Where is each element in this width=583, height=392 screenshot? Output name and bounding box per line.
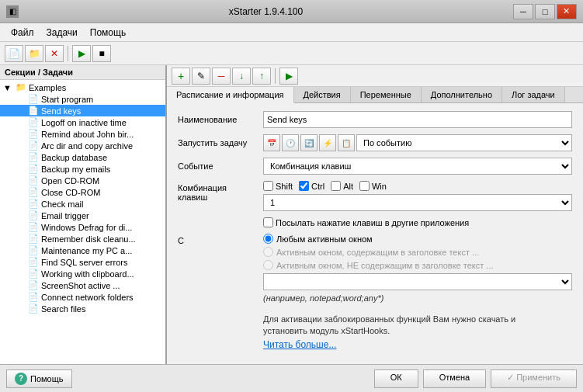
send-checkbox[interactable]: [263, 217, 273, 227]
win-checkbox[interactable]: [359, 181, 370, 191]
help-label: Помощь: [30, 374, 64, 383]
warning-field: Для активации заблокированных функций Ва…: [263, 309, 572, 350]
item-label: ScreenShot active ...: [41, 281, 120, 290]
move-down-button[interactable]: ↓: [232, 68, 251, 85]
window-input[interactable]: [263, 273, 572, 290]
tree-item-defrag[interactable]: 📄 Windows Defrag for di...: [0, 221, 165, 233]
tree-item-remind[interactable]: 📄 Remind about John bir...: [0, 128, 165, 140]
radio-any-input[interactable]: [263, 234, 273, 244]
key-select[interactable]: 1: [263, 194, 572, 211]
note-text: (например, notepad;word;any*): [263, 293, 572, 303]
repeat-btn[interactable]: 🔄: [300, 134, 318, 151]
radio-not-containing-input[interactable]: [263, 260, 273, 270]
ctrl-checkbox[interactable]: [299, 181, 309, 191]
cancel-button[interactable]: Отмена: [423, 369, 486, 388]
name-input[interactable]: [263, 111, 572, 128]
window-controls: ─ □ ✕: [513, 4, 577, 19]
tree-item-remember-disk[interactable]: 📄 Remember disk cleanu...: [0, 233, 165, 245]
close-button[interactable]: ✕: [557, 4, 577, 19]
trigger-btn2[interactable]: ⚡: [319, 134, 336, 151]
apply-button[interactable]: ✓ Применить: [491, 369, 577, 388]
task-icon: 📄: [28, 257, 39, 267]
clock-btn[interactable]: 🕐: [282, 134, 299, 151]
run-task-button[interactable]: ▶: [279, 68, 298, 85]
shift-item: Shift: [263, 181, 293, 191]
toolbar-open[interactable]: 📁: [25, 45, 43, 62]
tree-item-send-keys[interactable]: 📄 Send keys: [0, 105, 165, 116]
item-label: Close CD-ROM: [41, 188, 100, 197]
item-label: Start program: [41, 95, 93, 104]
tab-advanced[interactable]: Дополнительно: [422, 87, 502, 102]
edit-action-button[interactable]: ✎: [192, 68, 210, 85]
tree-item-close-cd[interactable]: 📄 Close CD-ROM: [0, 186, 165, 198]
task-icon: 📄: [28, 129, 39, 139]
toolbar-new[interactable]: 📄: [5, 45, 23, 62]
ok-button[interactable]: ОК: [374, 369, 418, 388]
radio-containing-input[interactable]: [263, 247, 273, 257]
toolbar-stop[interactable]: ■: [92, 45, 111, 62]
tree-header: Секции / Задачи: [0, 65, 165, 80]
task-icon: 📄: [28, 187, 39, 197]
name-label: Наименование: [178, 115, 263, 124]
read-more-link[interactable]: Читать больше...: [263, 339, 572, 350]
combo-field: Shift Ctrl Alt Win: [263, 181, 572, 211]
task-tree[interactable]: ▼ 📁 Examples 📄 Start program 📄 Send keys…: [0, 80, 165, 364]
help-button[interactable]: ? Помощь: [6, 369, 72, 388]
move-up-button[interactable]: ↑: [252, 68, 271, 85]
tree-item-search[interactable]: 📄 Search files: [0, 303, 165, 314]
tree-item-network[interactable]: 📄 Connect network folders: [0, 291, 165, 303]
item-label: Windows Defrag for di...: [41, 223, 132, 232]
tree-item-backup-db[interactable]: 📄 Backup database: [0, 151, 165, 163]
calendar-btn[interactable]: 📅: [263, 134, 280, 151]
tab-variables[interactable]: Переменные: [351, 87, 422, 102]
task-icon: 📄: [28, 245, 39, 255]
shift-checkbox[interactable]: [263, 181, 273, 191]
tree-item-check-mail[interactable]: 📄 Check mail: [0, 198, 165, 210]
tree-item-arc[interactable]: 📄 Arc dir and copy archive: [0, 140, 165, 151]
maximize-button[interactable]: □: [535, 4, 555, 19]
trigger-select[interactable]: По событию: [356, 134, 572, 151]
alt-checkbox[interactable]: [331, 181, 341, 191]
tree-item-sql[interactable]: 📄 Find SQL server errors: [0, 256, 165, 268]
tree-item-maintenance[interactable]: 📄 Maintenance my PC a...: [0, 245, 165, 256]
warning-content: Для активации заблокированных функций Ва…: [263, 314, 515, 335]
menu-help[interactable]: Помощь: [84, 26, 132, 40]
item-label: Open CD-ROM: [41, 176, 99, 186]
toolbar-run[interactable]: ▶: [72, 45, 91, 62]
menu-file[interactable]: Файл: [5, 26, 40, 40]
tree-item-clipboard[interactable]: 📄 Working with clipboard...: [0, 268, 165, 279]
radio-not-containing-label: Активным окном, НЕ содержащим в заголовк…: [276, 261, 494, 270]
tab-actions[interactable]: Действия: [294, 87, 351, 102]
toolbar-delete[interactable]: ✕: [45, 45, 64, 62]
tab-schedule[interactable]: Расписание и информация: [167, 87, 294, 103]
item-label: Backup my emails: [41, 165, 110, 174]
remove-action-button[interactable]: ─: [212, 68, 231, 85]
task-icon: 📄: [28, 117, 39, 127]
warning-text: Для активации заблокированных функций Ва…: [263, 314, 572, 338]
tree-root[interactable]: ▼ 📁 Examples: [0, 82, 165, 93]
add-action-button[interactable]: +: [172, 68, 190, 85]
indent: ▼: [3, 83, 16, 92]
tree-item-email-trigger[interactable]: 📄 Email trigger: [0, 210, 165, 221]
menu-tasks[interactable]: Задачи: [40, 26, 84, 40]
tree-item-open-cd[interactable]: 📄 Open CD-ROM: [0, 175, 165, 186]
tree-item-screenshot[interactable]: 📄 ScreenShot active ...: [0, 279, 165, 291]
window-radio-group: Любым активным окном Активным окном, сод…: [263, 234, 572, 270]
win-item: Win: [359, 181, 387, 191]
tab-log[interactable]: Лог задачи: [502, 87, 565, 102]
event-select[interactable]: Комбинация клавиш: [263, 158, 572, 175]
item-label: Check mail: [41, 199, 83, 209]
tree-item-logoff[interactable]: 📄 Logoff on inactive time: [0, 116, 165, 128]
task-icon: 📄: [28, 269, 39, 279]
radio-containing: Активным окном, содержащим в заголовке т…: [263, 247, 572, 257]
trigger-btn3[interactable]: 📋: [338, 134, 355, 151]
form-content: Наименование Запустить задачу 📅 🕐 🔄 ⚡ 📋: [167, 103, 583, 364]
tree-item-backup-emails[interactable]: 📄 Backup my emails: [0, 163, 165, 175]
task-icon: 📄: [28, 210, 39, 220]
item-label: Logoff on inactive time: [41, 118, 127, 127]
minimize-button[interactable]: ─: [513, 4, 533, 19]
tree-item-start-program[interactable]: 📄 Start program: [0, 93, 165, 105]
event-row: Событие Комбинация клавиш: [178, 158, 572, 175]
c-label: С: [178, 234, 263, 245]
main-layout: Секции / Задачи ▼ 📁 Examples 📄 Start pro…: [0, 65, 583, 364]
